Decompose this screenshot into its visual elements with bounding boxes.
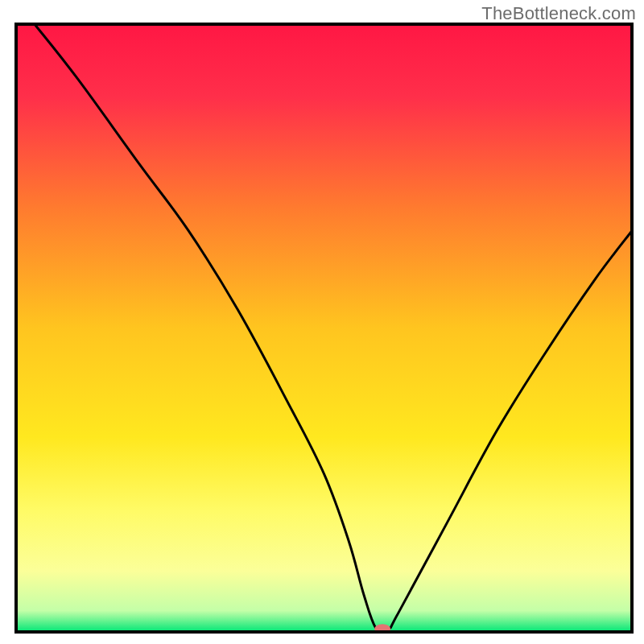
watermark-label: TheBottleneck.com bbox=[481, 3, 636, 24]
chart-container: TheBottleneck.com bbox=[0, 0, 644, 644]
gradient-background bbox=[16, 24, 632, 632]
bottleneck-chart bbox=[0, 0, 644, 644]
